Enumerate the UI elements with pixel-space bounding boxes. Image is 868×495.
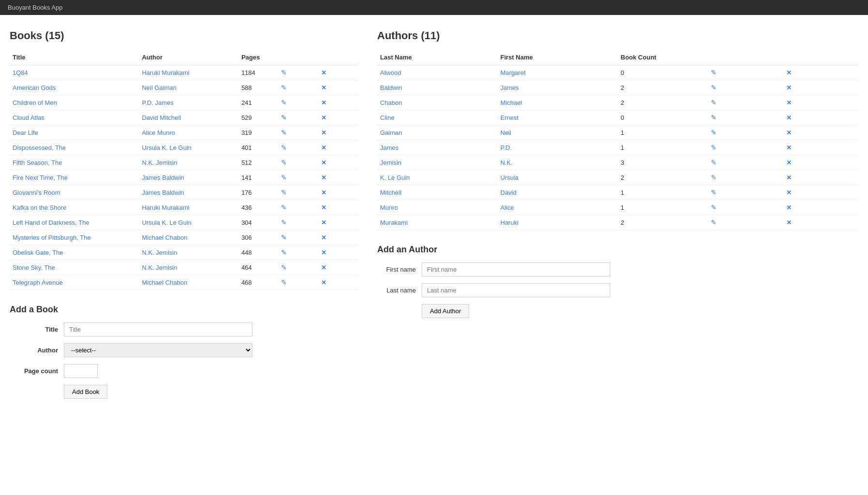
book-author[interactable]: Haruki Murakami [139,65,238,80]
book-author[interactable]: N.K. Jemisin [139,245,238,260]
delete-icon[interactable]: ✕ [786,204,792,211]
delete-icon[interactable]: ✕ [321,144,326,151]
author-first[interactable]: Ernest [498,110,618,125]
delete-icon[interactable]: ✕ [321,249,326,256]
book-author[interactable]: David Mitchell [139,110,238,125]
book-title[interactable]: Kafka on the Shore [10,200,139,215]
author-first[interactable]: James [498,80,618,95]
delete-icon[interactable]: ✕ [321,69,326,76]
delete-icon[interactable]: ✕ [321,114,326,121]
delete-icon[interactable]: ✕ [786,69,792,76]
book-author[interactable]: Ursula K. Le Guin [139,140,238,155]
author-first[interactable]: Margaret [498,65,618,80]
delete-icon[interactable]: ✕ [321,279,326,286]
add-book-button[interactable]: Add Book [64,385,107,399]
delete-icon[interactable]: ✕ [786,144,792,151]
book-title[interactable]: Children of Men [10,95,139,110]
delete-icon[interactable]: ✕ [321,204,326,211]
book-author[interactable]: Neil Gaiman [139,80,238,95]
delete-icon[interactable]: ✕ [786,114,792,121]
edit-icon[interactable]: ✎ [711,174,717,181]
edit-icon[interactable]: ✎ [281,114,287,121]
edit-icon[interactable]: ✎ [281,84,287,91]
author-last[interactable]: K. Le Guin [377,170,498,185]
add-author-button[interactable]: Add Author [422,304,469,318]
author-first[interactable]: N.K. [498,155,618,170]
delete-icon[interactable]: ✕ [321,219,326,226]
book-title[interactable]: Left Hand of Darkness, The [10,215,139,230]
book-author[interactable]: Alice Munro [139,125,238,140]
book-author-select[interactable]: --select--Haruki MurakamiNeil GaimanP.D.… [64,343,252,357]
book-title[interactable]: 1Q84 [10,65,139,80]
author-last[interactable]: Atwood [377,65,498,80]
book-pages-input[interactable] [64,364,98,378]
author-last[interactable]: Munro [377,200,498,215]
edit-icon[interactable]: ✎ [711,204,717,211]
author-last[interactable]: Gaiman [377,125,498,140]
author-first[interactable]: Ursula [498,170,618,185]
book-title[interactable]: American Gods [10,80,139,95]
edit-icon[interactable]: ✎ [711,84,717,91]
delete-icon[interactable]: ✕ [321,129,326,136]
edit-icon[interactable]: ✎ [281,69,287,76]
author-last-input[interactable] [422,283,610,297]
author-last[interactable]: Baldwin [377,80,498,95]
delete-icon[interactable]: ✕ [786,219,792,226]
book-title[interactable]: Fifth Season, The [10,155,139,170]
book-author[interactable]: James Baldwin [139,170,238,185]
author-first[interactable]: Alice [498,200,618,215]
book-author[interactable]: Ursula K. Le Guin [139,215,238,230]
edit-icon[interactable]: ✎ [281,278,287,286]
edit-icon[interactable]: ✎ [711,218,717,226]
book-title[interactable]: Telegraph Avenue [10,275,139,290]
delete-icon[interactable]: ✕ [786,159,792,166]
book-author[interactable]: N.K. Jemisin [139,260,238,275]
delete-icon[interactable]: ✕ [321,264,326,271]
delete-icon[interactable]: ✕ [786,84,792,91]
edit-icon[interactable]: ✎ [281,263,287,271]
delete-icon[interactable]: ✕ [321,189,326,196]
book-author[interactable]: James Baldwin [139,185,238,200]
delete-icon[interactable]: ✕ [786,129,792,136]
edit-icon[interactable]: ✎ [281,159,287,166]
book-author[interactable]: Haruki Murakami [139,200,238,215]
delete-icon[interactable]: ✕ [321,159,326,166]
book-title[interactable]: Stone Sky, The [10,260,139,275]
author-last[interactable]: Chabon [377,95,498,110]
author-first[interactable]: Michael [498,95,618,110]
book-title-input[interactable] [64,322,252,336]
author-last[interactable]: Cline [377,110,498,125]
author-last[interactable]: Murakami [377,215,498,230]
book-title[interactable]: Cloud Atlas [10,110,139,125]
author-first-input[interactable] [422,262,610,277]
edit-icon[interactable]: ✎ [281,174,287,181]
book-author[interactable]: N.K. Jemisin [139,155,238,170]
delete-icon[interactable]: ✕ [321,84,326,91]
edit-icon[interactable]: ✎ [281,204,287,211]
author-last[interactable]: James [377,140,498,155]
edit-icon[interactable]: ✎ [281,129,287,136]
edit-icon[interactable]: ✎ [281,99,287,106]
edit-icon[interactable]: ✎ [711,129,717,136]
delete-icon[interactable]: ✕ [321,99,326,106]
edit-icon[interactable]: ✎ [711,159,717,166]
book-title[interactable]: Giovanni's Room [10,185,139,200]
author-last[interactable]: Mitchell [377,185,498,200]
book-title[interactable]: Dear Life [10,125,139,140]
edit-icon[interactable]: ✎ [281,233,287,241]
book-title[interactable]: Dispossessed, The [10,140,139,155]
book-author[interactable]: Michael Chabon [139,275,238,290]
edit-icon[interactable]: ✎ [281,248,287,256]
book-author[interactable]: Michael Chabon [139,230,238,245]
edit-icon[interactable]: ✎ [711,144,717,151]
delete-icon[interactable]: ✕ [321,174,326,181]
author-first[interactable]: Neil [498,125,618,140]
book-author[interactable]: P.D. James [139,95,238,110]
author-last[interactable]: Jemisin [377,155,498,170]
delete-icon[interactable]: ✕ [786,174,792,181]
edit-icon[interactable]: ✎ [281,144,287,151]
book-title[interactable]: Fire Next Time, The [10,170,139,185]
edit-icon[interactable]: ✎ [281,189,287,196]
delete-icon[interactable]: ✕ [786,99,792,106]
book-title[interactable]: Mysteries of Pittsburgh, The [10,230,139,245]
